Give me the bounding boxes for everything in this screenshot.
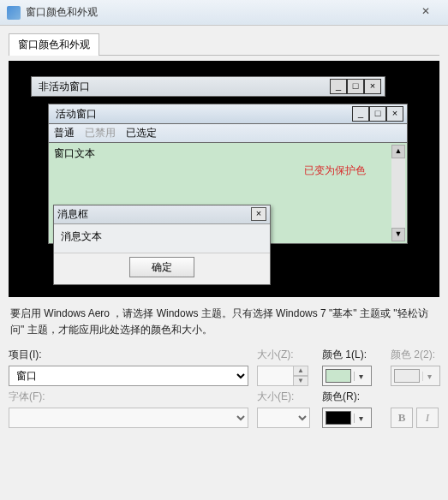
msgbox-title: 消息框 bbox=[57, 207, 251, 222]
color-r-label: 颜色(R): bbox=[322, 390, 382, 404]
color1-picker[interactable]: ▾ bbox=[322, 366, 372, 386]
msgbox-ok-button: 确定 bbox=[129, 257, 194, 277]
menu-normal: 普通 bbox=[54, 126, 75, 140]
color2-picker: ▾ bbox=[391, 366, 440, 386]
menu-selected: 已选定 bbox=[126, 126, 157, 140]
scroll-down-icon: ▼ bbox=[391, 228, 405, 241]
scrollbar: ▲ ▼ bbox=[391, 145, 405, 241]
chevron-down-icon: ▾ bbox=[354, 414, 367, 423]
description-text: 要启用 Windows Aero ，请选择 Windows 主题。只有选择 Wi… bbox=[10, 306, 438, 337]
minimize-icon: _ bbox=[352, 106, 369, 122]
msgbox-text: 消息文本 bbox=[61, 229, 263, 244]
size-e-dropdown bbox=[257, 408, 310, 428]
minimize-icon: _ bbox=[330, 79, 347, 94]
msgbox-close-icon: × bbox=[251, 207, 266, 221]
font-label: 字体(F): bbox=[9, 390, 248, 404]
window-text-label: 窗口文本 bbox=[54, 146, 402, 161]
font-dropdown bbox=[9, 408, 248, 428]
close-icon: × bbox=[386, 106, 403, 122]
window-title: 窗口颜色和外观 bbox=[26, 5, 98, 20]
color2-label: 颜色 2(2): bbox=[391, 348, 442, 362]
chevron-down-icon: ▾ bbox=[354, 372, 367, 381]
settings-form: 项目(I): 大小(Z): 颜色 1(L): 颜色 2(2): 窗口 ▲▼ ▾ … bbox=[9, 348, 439, 428]
maximize-icon: □ bbox=[369, 106, 386, 122]
tab-appearance[interactable]: 窗口颜色和外观 bbox=[9, 33, 99, 56]
maximize-icon: □ bbox=[347, 79, 364, 94]
close-icon[interactable]: ✕ bbox=[410, 5, 441, 21]
window-titlebar: 窗口颜色和外观 ✕ bbox=[0, 0, 448, 26]
color-r-picker[interactable]: ▾ bbox=[322, 408, 372, 428]
inactive-window-title: 非活动窗口 bbox=[35, 80, 330, 94]
bold-button[interactable]: B bbox=[391, 408, 413, 428]
color1-swatch bbox=[326, 369, 351, 383]
item-dropdown[interactable]: 窗口 bbox=[9, 366, 248, 386]
size-z-input bbox=[257, 366, 293, 386]
color2-swatch bbox=[394, 369, 420, 383]
chevron-down-icon: ▾ bbox=[422, 372, 436, 381]
menu-disabled: 已禁用 bbox=[85, 126, 116, 140]
scroll-up-icon: ▲ bbox=[391, 145, 405, 158]
message-box: 消息框 × 消息文本 确定 bbox=[53, 205, 271, 285]
italic-button[interactable]: I bbox=[416, 408, 439, 428]
spin-up-icon: ▲ bbox=[293, 366, 308, 376]
active-window-title: 活动窗口 bbox=[52, 107, 352, 122]
tabstrip: 窗口颜色和外观 bbox=[9, 33, 439, 55]
protect-text: 已变为保护色 bbox=[304, 164, 366, 178]
size-z-label: 大小(Z): bbox=[257, 348, 314, 362]
color-r-swatch bbox=[326, 411, 351, 425]
inactive-window: 非活动窗口 _ □ × bbox=[31, 76, 385, 97]
spin-down-icon: ▼ bbox=[293, 376, 308, 386]
size-z-spinner: ▲▼ bbox=[257, 366, 310, 386]
item-label: 项目(I): bbox=[9, 348, 248, 362]
app-icon bbox=[7, 6, 21, 20]
menubar: 普通 已禁用 已选定 bbox=[48, 124, 408, 143]
color1-label: 颜色 1(L): bbox=[322, 348, 382, 362]
size-e-label: 大小(E): bbox=[257, 390, 314, 404]
preview-area: 非活动窗口 _ □ × 活动窗口 _ □ × 普通 已禁用 已选定 bbox=[9, 61, 439, 297]
close-icon: × bbox=[364, 79, 381, 94]
